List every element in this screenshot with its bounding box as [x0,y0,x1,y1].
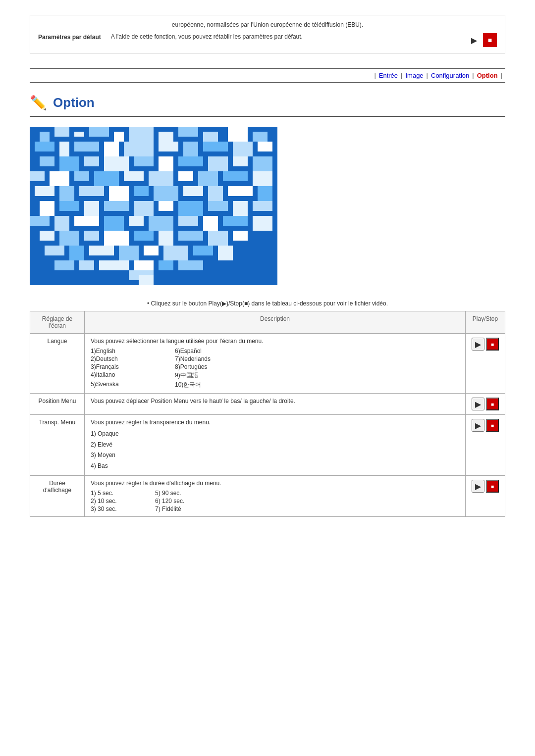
page-title-icon: ✏️ [30,95,47,111]
svg-rect-21 [258,142,272,151]
svg-rect-4 [89,127,109,137]
setting-langue: Langue [30,334,85,394]
svg-rect-49 [208,186,223,201]
svg-rect-71 [253,216,272,231]
lang-7: 7)Nederlands [175,355,249,362]
play-button-position[interactable]: ▶ [472,398,484,410]
transp-list: 1) Opaque 2) Elevé 3) Moyen 4) Bas [91,429,459,471]
svg-rect-57 [159,201,173,211]
svg-rect-74 [84,231,99,241]
duration-grid: 1) 5 sec. 5) 90 sec. 2) 10 sec. 6) 120 s… [91,490,459,512]
play-stop-icons-duree: ▶ ■ [472,480,499,493]
transp-4: 4) Bas [91,461,459,472]
play-button-transp[interactable]: ▶ [472,419,484,432]
svg-rect-60 [233,201,248,216]
lang-2: 2)Deutsch [91,355,165,362]
svg-rect-81 [45,246,64,255]
svg-rect-25 [104,156,129,171]
lang-list: 1)English 6)Español 2)Deutsch 7)Nederlan… [91,348,459,389]
svg-rect-8 [178,127,198,137]
svg-rect-79 [208,231,228,246]
table-row: Langue Vous pouvez sélectionner la langu… [30,334,505,394]
svg-rect-12 [35,142,54,151]
intro-text: européenne, normalisées par l'Union euro… [38,21,497,28]
svg-rect-18 [183,142,198,156]
nav-sep-2: | [427,72,428,79]
stop-button-duree[interactable]: ■ [486,480,499,493]
svg-rect-55 [104,201,129,211]
params-stop-icon[interactable]: ■ [483,33,497,47]
svg-rect-96 [139,275,154,285]
params-desc: A l'aide de cette fonction, vous pouvez … [111,33,457,40]
nav-item-configuration[interactable]: Configuration [431,72,469,79]
svg-rect-32 [30,171,45,181]
svg-rect-93 [159,260,173,270]
main-table: Réglage de l'écran Description Play/Stop… [30,311,505,517]
langue-intro: Vous pouvez sélectionner la langue utili… [91,338,459,345]
svg-rect-41 [253,171,272,186]
svg-rect-63 [54,216,69,231]
playstop-transp: ▶ ■ [466,415,505,476]
svg-rect-37 [149,171,173,186]
svg-rect-75 [104,231,129,246]
svg-rect-82 [69,246,84,260]
svg-rect-73 [59,231,79,246]
svg-rect-3 [74,132,84,137]
svg-rect-1 [40,132,50,142]
svg-rect-77 [159,231,173,246]
nav-item-option[interactable]: Option [477,72,498,79]
svg-rect-51 [258,186,272,201]
dur-1: 1) 5 sec. [91,490,150,497]
svg-rect-67 [149,216,173,231]
svg-rect-17 [159,142,178,151]
transp-intro: Vous pouvez régler la transparence du me… [91,419,459,426]
lang-1: 1)English [91,348,165,354]
svg-rect-45 [109,186,129,201]
svg-rect-35 [94,171,119,186]
svg-rect-78 [178,231,203,241]
svg-rect-59 [208,201,228,211]
setting-transp: Transp. Menu [30,415,85,476]
nav-item-image[interactable]: Image [405,72,423,79]
desc-langue: Vous pouvez sélectionner la langue utili… [85,334,466,394]
svg-rect-72 [40,231,54,241]
play-stop-icons-langue: ▶ ■ [472,338,499,351]
play-button-duree[interactable]: ▶ [472,480,484,493]
transp-1: 1) Opaque [91,429,459,440]
svg-rect-33 [50,171,69,186]
svg-rect-46 [134,186,149,196]
setting-position: Position Menu [30,394,85,415]
duree-intro: Vous pouvez régler la durée d'affichage … [91,480,459,487]
top-info-box: européenne, normalisées par l'Union euro… [30,15,505,53]
position-intro: Vous pouvez déplacer Position Menu vers … [91,398,459,404]
svg-rect-20 [233,142,253,156]
svg-rect-84 [119,246,139,260]
svg-rect-66 [129,216,144,226]
svg-rect-68 [178,216,198,226]
svg-rect-88 [218,246,233,260]
nav-item-entree[interactable]: Entrée [379,72,398,79]
table-note: • Cliquez sur le bouton Play(▶)/Stop(■) … [30,300,505,307]
svg-rect-6 [129,127,154,142]
svg-rect-90 [79,260,94,270]
svg-rect-94 [178,260,203,270]
pixel-image-container [30,127,277,285]
svg-rect-36 [124,171,144,181]
transp-3: 3) Moyen [91,450,459,461]
dur-2: 2) 10 sec. [91,498,150,504]
dur-5: 5) 90 sec. [155,490,214,497]
svg-rect-47 [154,186,178,201]
svg-rect-14 [74,142,99,151]
stop-button-transp[interactable]: ■ [486,419,499,432]
playstop-position: ▶ ■ [466,394,505,415]
stop-button-langue[interactable]: ■ [486,338,499,351]
table-row: Durée d'affichage Vous pouvez régler la … [30,476,505,517]
svg-rect-2 [54,127,69,137]
params-play-icon[interactable]: ▶ [467,33,481,47]
play-button-langue[interactable]: ▶ [472,338,484,351]
svg-rect-27 [159,156,173,171]
params-icon-buttons: ▶ ■ [467,33,497,47]
svg-rect-15 [104,142,119,156]
stop-button-position[interactable]: ■ [486,398,499,410]
svg-rect-80 [233,231,248,241]
